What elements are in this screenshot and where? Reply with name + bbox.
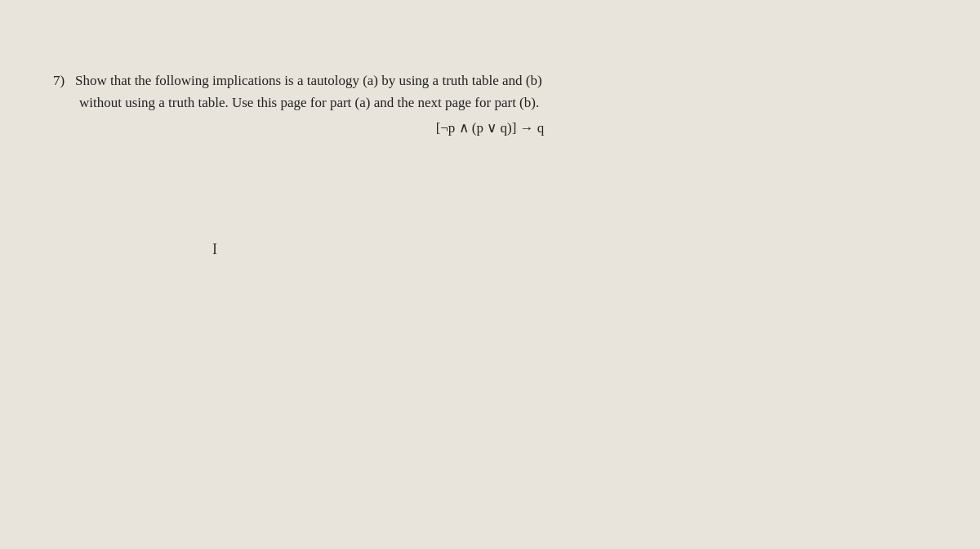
- text-cursor[interactable]: I: [212, 241, 217, 258]
- page: 7) Show that the following implications …: [0, 0, 980, 549]
- formula-line: [¬p ∧ (p ∨ q)] → q: [53, 117, 927, 139]
- question-line2: without using a truth table. Use this pa…: [53, 92, 927, 114]
- question-block: 7) Show that the following implications …: [53, 69, 927, 140]
- question-text-line2: without using a truth table. Use this pa…: [79, 95, 539, 110]
- question-line1: 7) Show that the following implications …: [53, 69, 927, 92]
- formula: [¬p ∧ (p ∨ q)] → q: [436, 120, 545, 136]
- question-text-line1: Show that the following implications is …: [75, 73, 542, 88]
- question-number: 7): [53, 73, 65, 88]
- cursor-symbol: I: [212, 241, 217, 257]
